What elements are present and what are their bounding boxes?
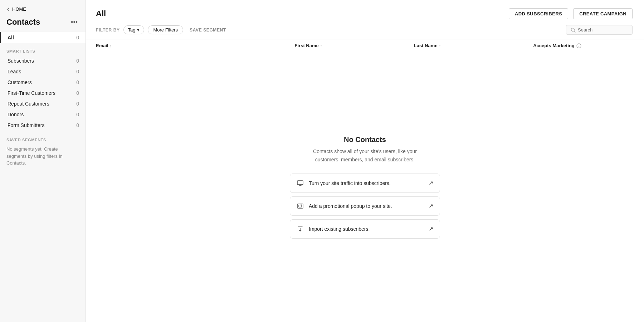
more-filters-button[interactable]: More Filters [148, 25, 183, 34]
import-icon [297, 225, 304, 233]
more-icon: ••• [71, 19, 78, 26]
empty-description: Contacts show all of your site's users, … [304, 147, 426, 164]
firstname-column-header: First Name ↕ [295, 43, 414, 48]
accepts-marketing-column-header: Accepts Marketing i [533, 43, 633, 48]
action-card-label: Add a promotional popup to your site. [309, 203, 392, 209]
action-card-arrow-icon: ↗ [429, 203, 433, 209]
svg-rect-4 [297, 181, 303, 185]
search-icon [571, 28, 576, 33]
action-card-left: Turn your site traffic into subscribers. [297, 180, 391, 187]
sidebar-item-label: Donors [8, 112, 24, 117]
action-card-1[interactable]: Add a promotional popup to your site. ↗ [290, 196, 440, 216]
monitor-icon [297, 180, 304, 187]
sidebar-item-label: Repeat Customers [8, 101, 49, 107]
svg-rect-8 [299, 205, 302, 207]
smart-lists-container: Subscribers0Leads0Customers0First-Time C… [0, 55, 86, 131]
all-label: All [8, 35, 14, 40]
sidebar-item-label: First-Time Customers [8, 90, 55, 96]
action-card-label: Import existing subscribers. [309, 226, 370, 232]
tag-dropdown-icon: ▾ [137, 27, 140, 33]
sidebar-item-leads[interactable]: Leads0 [0, 66, 86, 77]
table-header: Email ↕ First Name ↕ Last Name ↕ Accepts… [86, 39, 644, 52]
empty-title: No Contacts [344, 136, 386, 144]
action-card-left: Add a promotional popup to your site. [297, 203, 392, 210]
sidebar-title: Contacts [6, 18, 40, 27]
action-card-label: Turn your site traffic into subscribers. [309, 180, 391, 186]
sidebar-item-all[interactable]: All 0 [0, 32, 86, 43]
main-topbar: All ADD SUBSCRIBERS CREATE CAMPAIGN [86, 0, 644, 20]
sidebar-item-label: Subscribers [8, 58, 34, 64]
sidebar-item-count: 0 [76, 90, 79, 96]
sidebar-item-count: 0 [76, 112, 79, 117]
sidebar-item-label: Leads [8, 69, 21, 74]
sidebar-item-subscribers[interactable]: Subscribers0 [0, 55, 86, 66]
svg-text:i: i [579, 44, 580, 48]
tag-label: Tag [128, 27, 136, 33]
sidebar-item-form-submitters[interactable]: Form Submitters0 [0, 120, 86, 131]
action-card-0[interactable]: Turn your site traffic into subscribers.… [290, 174, 440, 193]
topbar-actions: ADD SUBSCRIBERS CREATE CAMPAIGN [509, 8, 633, 19]
popup-icon [297, 203, 304, 210]
sidebar-item-donors[interactable]: Donors0 [0, 109, 86, 120]
sidebar-item-count: 0 [76, 58, 79, 64]
sidebar-item-count: 0 [76, 79, 79, 85]
search-wrap [566, 25, 633, 35]
sidebar-item-repeat-customers[interactable]: Repeat Customers0 [0, 98, 86, 109]
page-title: All [96, 9, 106, 18]
action-card-arrow-icon: ↗ [429, 225, 433, 232]
chevron-left-icon [6, 8, 10, 11]
search-input[interactable] [578, 27, 628, 33]
filter-by-label: FILTER BY [96, 28, 120, 33]
action-card-arrow-icon: ↗ [429, 180, 433, 186]
save-segment-button[interactable]: SAVE SEGMENT [187, 26, 229, 34]
sidebar: HOME Contacts ••• All 0 SMART LISTS Subs… [0, 0, 86, 322]
email-sort-icon: ↕ [110, 44, 112, 48]
lastname-sort-icon: ↕ [439, 44, 441, 48]
sidebar-item-first-time-customers[interactable]: First-Time Customers0 [0, 88, 86, 98]
create-campaign-button[interactable]: CREATE CAMPAIGN [573, 8, 633, 19]
action-card-2[interactable]: Import existing subscribers. ↗ [290, 219, 440, 239]
empty-state: No Contacts Contacts show all of your si… [86, 52, 644, 322]
svg-rect-7 [297, 204, 303, 208]
back-home-button[interactable]: HOME [0, 0, 86, 15]
saved-segments-label: SAVED SEGMENTS [0, 131, 86, 144]
sidebar-header: Contacts ••• [0, 15, 86, 32]
info-icon: i [576, 43, 581, 48]
back-label: HOME [12, 6, 26, 12]
action-card-left: Import existing subscribers. [297, 225, 370, 233]
email-column-header: Email ↕ [96, 43, 295, 48]
sidebar-item-count: 0 [76, 69, 79, 74]
sidebar-item-count: 0 [76, 101, 79, 107]
add-subscribers-button[interactable]: ADD SUBSCRIBERS [509, 8, 568, 19]
all-count: 0 [76, 35, 79, 40]
firstname-sort-icon: ↕ [320, 44, 322, 48]
sidebar-more-button[interactable]: ••• [69, 18, 79, 26]
sidebar-item-customers[interactable]: Customers0 [0, 77, 86, 88]
filter-bar: FILTER BY Tag ▾ More Filters SAVE SEGMEN… [86, 20, 644, 39]
smart-lists-label: SMART LISTS [0, 43, 86, 55]
saved-segments-text: No segments yet. Create segments by usin… [0, 144, 86, 170]
sidebar-item-label: Form Submitters [8, 122, 44, 128]
tag-filter-button[interactable]: Tag ▾ [123, 25, 145, 34]
action-cards: Turn your site traffic into subscribers.… [290, 174, 440, 239]
lastname-column-header: Last Name ↕ [414, 43, 533, 48]
sidebar-item-label: Customers [8, 79, 32, 85]
main-content: All ADD SUBSCRIBERS CREATE CAMPAIGN FILT… [86, 0, 644, 322]
svg-line-1 [574, 31, 576, 32]
sidebar-item-count: 0 [76, 122, 79, 128]
